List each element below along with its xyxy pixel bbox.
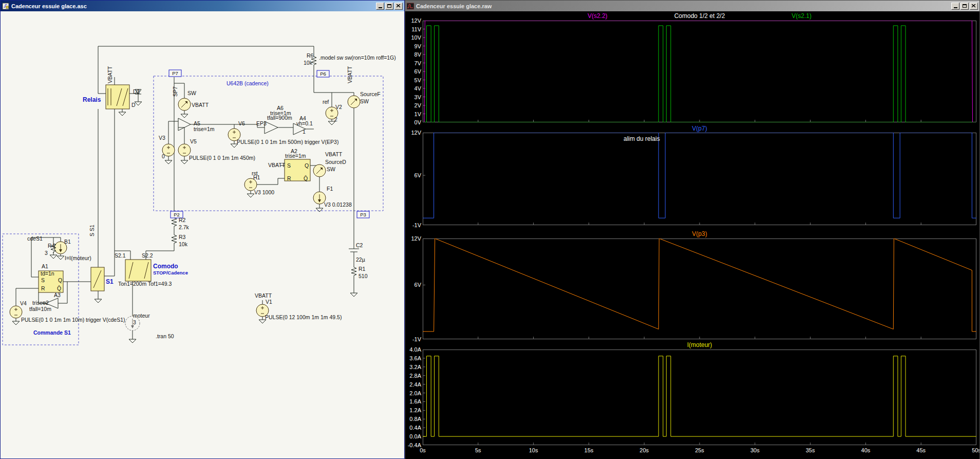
schematic-window: Cadenceur essuie glace.asc P7P6P2P3Relai… [0,0,405,459]
ground-symbol [119,112,126,116]
trace-label-V(p3)[interactable]: V(p3) [692,230,707,237]
schematic-label: tfall=10m [29,306,51,312]
minimize-button[interactable] [951,3,959,10]
ground-symbol [181,114,188,118]
schematic-label: VBATT [192,102,209,108]
y-tick-label: -1V [405,222,421,228]
schematic-label: SW [360,98,369,104]
x-tick-label: 20s [635,447,653,453]
trace-V(p7) [423,133,976,218]
schematic-label: ref [323,99,329,105]
schematic-label: SourceF [360,91,381,97]
y-tick-label: 12V [405,17,421,24]
schematic-svg[interactable]: P7P6P2P3RelaisVBATTD2DSP7SWVBATTU642B (c… [1,11,404,458]
schematic-label: 2 [334,116,337,122]
trace-label-V(s2.2)[interactable]: V(s2.2) [588,12,608,20]
schematic-label: Commande S1 [33,329,71,336]
trace-label-V(p7)[interactable]: V(p7) [692,125,707,132]
schematic-label: Q̄ [57,285,61,291]
resistor-r2[interactable] [172,217,177,227]
trace-label-I(moteur)[interactable]: I(moteur) [687,341,712,348]
maximize-button[interactable] [385,3,393,10]
ground-symbol [135,102,142,105]
schematic-label: V4 [20,300,27,306]
moteur-arrow-icon [131,325,134,328]
schematic-label: V3 0.01238 [324,201,352,208]
wire [98,46,106,94]
maximize-button[interactable] [960,3,969,10]
resistor-r3[interactable] [172,234,177,244]
wave-pane-1[interactable] [423,21,976,122]
pane-3-header: V(p3) [423,230,976,237]
schematic-label: PULSE(0 1 0 1m 1m 450m) [189,155,255,161]
schematic-label: R [287,175,291,181]
source-v4[interactable] [10,306,22,318]
trace-label-Comodo 1/2 et 2/2[interactable]: Comodo 1/2 et 2/2 [674,12,725,20]
relay-component[interactable] [106,85,129,109]
y-tick-label: 8V [405,51,421,58]
schematic-label: Q̄ [304,175,308,181]
y-tick-label: 3V [405,94,421,100]
schematic-label: H1 [253,174,260,180]
schematic-label: V2 [335,104,342,110]
waveform-window-title: Cadenceur essuie glace.raw [416,3,492,9]
trace-V(s2.1) [423,26,976,122]
wire [168,121,178,144]
schematic-canvas[interactable]: P7P6P2P3RelaisVBATTD2DSP7SWVBATTU642B (c… [1,11,404,458]
trace-label-V(s2.1)[interactable]: V(s2.1) [791,12,812,20]
waveform-window-buttons [951,3,978,10]
minimize-button[interactable] [376,3,384,10]
schematic-label: EP3 [256,120,267,126]
y-tick-label: 12V [405,235,421,242]
waveform-titlebar[interactable]: Cadenceur essuie glace.raw [405,1,979,11]
schematic-label: VBATT [268,162,286,168]
schematic-label: R1 [359,266,366,272]
wave-pane-3[interactable] [423,238,976,339]
y-tick-label: 0V [405,119,421,125]
y-tick-label: 0.0A [405,433,421,439]
wave-pane-2[interactable] [423,133,976,225]
y-tick-label: 5V [405,77,421,83]
y-tick-label: 6V [405,68,421,75]
y-tick-label: 2.0A [405,390,421,396]
resistor-r1[interactable] [351,266,356,277]
y-tick-label: 1.6A [405,398,421,405]
schematic-titlebar[interactable]: Cadenceur essuie glace.asc [1,1,404,11]
schematic-label: .tran 50 [156,333,174,339]
y-tick-label: 6V [405,282,421,288]
close-button[interactable] [970,3,978,10]
schematic-label: tfall=900m [267,115,292,121]
close-button[interactable] [394,3,403,10]
schematic-label: V1 [266,299,272,305]
wave-pane-4[interactable] [423,350,976,445]
schematic-label: PULSE(0 12 100m 1m 1m 49.5) [265,314,342,320]
schematic-label: 10k [179,241,188,247]
x-tick-label: 45s [912,447,930,453]
wire [115,109,130,260]
schematic-label: VBATT [255,292,272,299]
waveform-plot-area[interactable]: V(s2.2)Comodo 1/2 et 2/2V(s2.1)12V11V10V… [405,11,979,459]
schematic-label: trise=1m [285,153,306,159]
maximize-icon [963,4,967,8]
y-tick-label: 4.0A [405,346,421,353]
schematic-label: VBATT [347,66,353,83]
schematic-label: Q [305,162,309,169]
x-tick-label: 40s [857,447,874,453]
schematic-label: V3 [159,135,165,141]
schematic-label: SW [327,166,335,172]
gate-a6[interactable] [265,121,278,134]
ground-symbol [316,208,323,212]
trace-V(p3) [423,238,976,332]
y-tick-label: 2.4A [405,381,421,388]
close-icon [972,4,976,8]
x-tick-label: 30s [746,447,764,453]
capacitor-c2[interactable] [349,249,359,252]
schematic-label: A1 [42,263,48,269]
ground-symbol [247,194,254,197]
schematic-label: VBATT [107,66,113,83]
ground-symbol [57,256,64,260]
schematic-label: SourceD [325,159,346,165]
close-icon [397,4,401,8]
x-tick-label: 15s [580,447,597,453]
schematic-label: S1 [106,278,114,285]
